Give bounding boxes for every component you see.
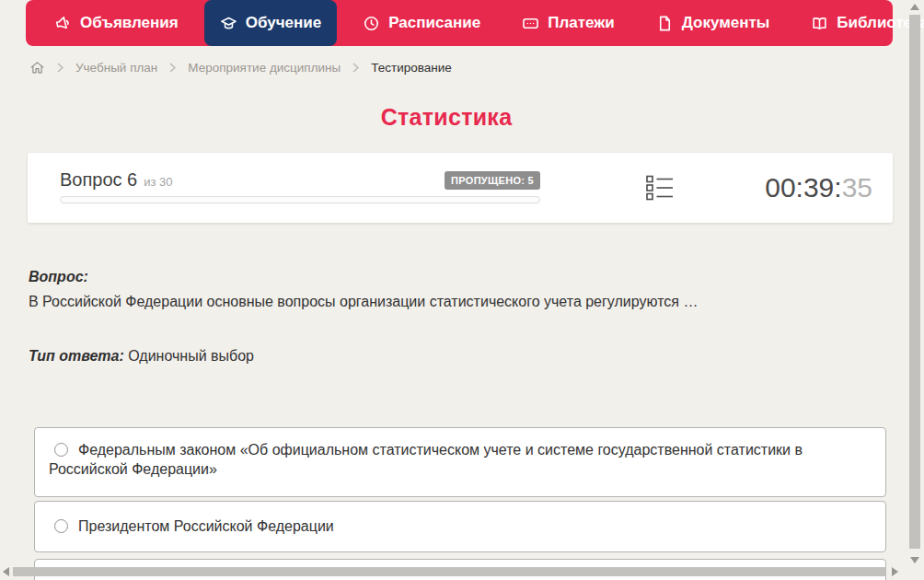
- question-total: из 30: [144, 175, 172, 189]
- timer-minutes: 00:39:: [765, 172, 841, 203]
- nav-item-label: Обучение: [246, 14, 321, 32]
- scroll-up-arrow[interactable]: [910, 4, 919, 10]
- page: Объявления Обучение Расписание Плат: [0, 0, 924, 580]
- answer-type-label: Тип ответа:: [29, 348, 124, 364]
- question-label: Вопрос:: [29, 269, 88, 285]
- horizontal-scrollbar-thumb[interactable]: [13, 567, 886, 576]
- nav-item-label: Документы: [682, 14, 770, 32]
- question-list-button[interactable]: [635, 169, 685, 206]
- breadcrumb-separator-icon: [352, 63, 359, 73]
- breadcrumb-separator-icon: [169, 63, 176, 73]
- nav-item-announcements[interactable]: Объявления: [39, 0, 194, 46]
- question-list-icon: [646, 175, 674, 201]
- breadcrumb-separator-icon: [57, 63, 64, 73]
- question-number: Вопрос 6: [60, 169, 137, 191]
- nav-item-documents[interactable]: Документы: [641, 0, 786, 46]
- question-text: В Российской Федерации основные вопросы …: [29, 292, 820, 311]
- horizontal-scrollbar[interactable]: [0, 565, 907, 578]
- scroll-left-arrow[interactable]: [3, 567, 9, 576]
- scroll-right-arrow[interactable]: [892, 567, 898, 576]
- nav-item-label: Платежи: [548, 14, 615, 32]
- breadcrumb-item-testing: Тестирование: [371, 61, 452, 75]
- radio-button[interactable]: [54, 443, 68, 457]
- answer-option-2[interactable]: Президентом Российской Федерации: [34, 501, 886, 552]
- answer-option-text: Президентом Российской Федерации: [78, 518, 334, 534]
- vertical-scrollbar[interactable]: [907, 0, 922, 563]
- page-title: Статистика: [0, 104, 893, 131]
- breadcrumb: Учебный план Мероприятие дисциплины Тест…: [29, 58, 452, 76]
- question-progress-block: Вопрос 6 из 30 ПРОПУЩЕНО: 5: [60, 169, 540, 191]
- graduation-cap-icon: [220, 15, 237, 32]
- answer-type-row: Тип ответа: Одиночный выбор: [29, 348, 254, 365]
- nav-item-label: Расписание: [388, 14, 480, 32]
- clock-icon: [363, 15, 380, 32]
- radio-button[interactable]: [54, 519, 68, 533]
- skipped-badge: ПРОПУЩЕНО: 5: [445, 171, 540, 190]
- vertical-scrollbar-thumb[interactable]: [909, 15, 920, 549]
- document-icon: [656, 15, 674, 32]
- answer-type-value: Одиночный выбор: [128, 348, 254, 364]
- nav-item-library[interactable]: Библиотека: [795, 0, 924, 46]
- nav-item-schedule[interactable]: Расписание: [347, 0, 496, 46]
- scroll-down-arrow[interactable]: [910, 557, 919, 563]
- breadcrumb-item-discipline-event[interactable]: Мероприятие дисциплины: [188, 61, 341, 75]
- nav-item-learning[interactable]: Обучение: [204, 0, 337, 46]
- wallet-icon: [522, 15, 539, 32]
- home-icon[interactable]: [29, 60, 45, 75]
- question-status-card: Вопрос 6 из 30 ПРОПУЩЕНО: 5 00: [28, 153, 893, 223]
- answer-option-1[interactable]: Федеральным законом «Об официальном стат…: [34, 427, 886, 497]
- breadcrumb-item-curriculum[interactable]: Учебный план: [75, 61, 157, 75]
- progress-bar: [60, 196, 540, 203]
- book-icon: [811, 15, 828, 32]
- timer: 00:39:35: [765, 172, 872, 203]
- timer-seconds: 35: [842, 172, 872, 203]
- top-navbar: Объявления Обучение Расписание Плат: [26, 0, 893, 46]
- answer-option-text: Федеральным законом «Об официальном стат…: [49, 442, 803, 477]
- megaphone-icon: [54, 15, 72, 32]
- nav-item-payments[interactable]: Платежи: [506, 0, 630, 46]
- nav-item-label: Объявления: [80, 14, 179, 32]
